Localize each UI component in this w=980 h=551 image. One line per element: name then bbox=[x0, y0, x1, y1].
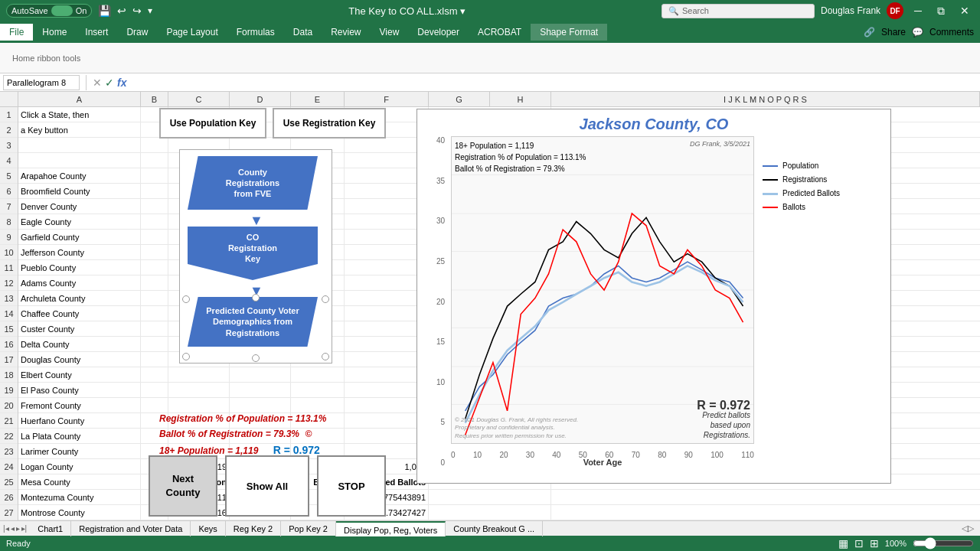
sheet-tab-pop-key2[interactable]: Pop Key 2 bbox=[281, 521, 336, 536]
cell-25-a[interactable]: Mesa County bbox=[18, 474, 141, 489]
customize-icon[interactable]: ▾ bbox=[148, 5, 152, 16]
sheet-tab-chart1[interactable]: Chart1 bbox=[30, 521, 71, 536]
cell-15-b[interactable] bbox=[141, 321, 168, 336]
cell-9-b[interactable] bbox=[141, 230, 168, 244]
comments-btn[interactable]: Comments bbox=[929, 27, 974, 37]
cell-19-d[interactable] bbox=[230, 383, 291, 397]
cell-9-a[interactable]: Garfield County bbox=[18, 230, 141, 244]
cell-11-a[interactable]: Pueblo County bbox=[18, 260, 141, 275]
undo-icon[interactable]: ↩ bbox=[117, 5, 126, 17]
cell-10-b[interactable] bbox=[141, 245, 168, 259]
cell-15-a[interactable]: Custer County bbox=[18, 321, 141, 336]
cell-24-a[interactable]: Logan County bbox=[18, 459, 141, 474]
tab-home[interactable]: Home bbox=[33, 24, 76, 41]
col-header-f[interactable]: F bbox=[345, 92, 429, 106]
tab-acrobat[interactable]: ACROBAT bbox=[469, 24, 531, 41]
col-header-b[interactable]: B bbox=[141, 92, 168, 106]
scroll-bar-hint[interactable]: ◁▷ bbox=[956, 523, 980, 533]
tab-insert[interactable]: Insert bbox=[76, 24, 117, 41]
page-layout-view-btn[interactable]: ⊡ bbox=[854, 537, 864, 549]
cell-26-a[interactable]: Montezuma County bbox=[18, 490, 141, 504]
cell-27-a[interactable]: Montrose County bbox=[18, 505, 141, 520]
cell-19-b[interactable] bbox=[141, 383, 168, 397]
cell-8-a[interactable]: Eagle County bbox=[18, 214, 141, 229]
save-icon[interactable]: 💾 bbox=[98, 5, 111, 17]
cell-3-a[interactable] bbox=[18, 138, 141, 152]
use-population-key-button[interactable]: Use Population Key bbox=[159, 108, 266, 139]
tab-formulas[interactable]: Formulas bbox=[227, 24, 284, 41]
tab-developer[interactable]: Developer bbox=[408, 24, 469, 41]
cell-10-a[interactable]: Jefferson County bbox=[18, 245, 141, 259]
cell-14-a[interactable]: Chaffee County bbox=[18, 306, 141, 321]
cell-19-a[interactable]: El Paso County bbox=[18, 383, 141, 397]
tab-view[interactable]: View bbox=[371, 24, 409, 41]
tab-last-icon[interactable]: ▸| bbox=[21, 524, 28, 533]
cell-19-c[interactable] bbox=[168, 383, 230, 397]
cell-4-a[interactable] bbox=[18, 153, 141, 168]
cell-18-c[interactable] bbox=[168, 367, 230, 382]
cell-3-b[interactable] bbox=[141, 138, 168, 152]
cell-23-a[interactable]: Larimer County bbox=[18, 444, 141, 458]
sheet-tab-keys[interactable]: Keys bbox=[191, 521, 225, 536]
autosave-pill[interactable]: AutoSave On bbox=[6, 4, 92, 18]
col-header-c[interactable]: C bbox=[168, 92, 230, 106]
cell-17-b[interactable] bbox=[141, 352, 168, 367]
col-header-d[interactable]: D bbox=[230, 92, 291, 106]
page-break-view-btn[interactable]: ⊞ bbox=[870, 537, 879, 549]
cell-18-a[interactable]: Elbert County bbox=[18, 367, 141, 382]
tab-review[interactable]: Review bbox=[322, 24, 370, 41]
cell-7-b[interactable] bbox=[141, 199, 168, 214]
tab-page-layout[interactable]: Page Layout bbox=[157, 24, 227, 41]
sheet-tab-county-breakout[interactable]: County Breakout G ... bbox=[446, 521, 543, 536]
cell-18-d[interactable] bbox=[230, 367, 291, 382]
close-btn[interactable]: ✕ bbox=[956, 3, 974, 18]
cell-5-b[interactable] bbox=[141, 168, 168, 183]
stop-button[interactable]: STOP bbox=[317, 455, 386, 517]
cell-20-c[interactable] bbox=[168, 398, 230, 412]
cell-17-a[interactable]: Douglas County bbox=[18, 352, 141, 367]
cell-14-b[interactable] bbox=[141, 306, 168, 321]
cell-4-b[interactable] bbox=[141, 153, 168, 168]
cell-7-a[interactable]: Denver County bbox=[18, 199, 141, 214]
minimize-btn[interactable]: ─ bbox=[910, 3, 926, 18]
col-header-h[interactable]: H bbox=[490, 92, 551, 106]
tab-next-icon[interactable]: ▸ bbox=[16, 524, 20, 533]
tab-data[interactable]: Data bbox=[284, 24, 322, 41]
cell-18-b[interactable] bbox=[141, 367, 168, 382]
normal-view-btn[interactable]: ▦ bbox=[838, 537, 848, 549]
col-header-rest[interactable]: I J K L M N O P Q R S bbox=[551, 92, 980, 106]
tab-first-icon[interactable]: |◂ bbox=[3, 524, 9, 533]
cancel-formula-icon[interactable]: ✕ bbox=[93, 77, 102, 89]
cell-21-a[interactable]: Huerfano County bbox=[18, 413, 141, 428]
name-box[interactable] bbox=[3, 75, 80, 90]
restore-btn[interactable]: ⧉ bbox=[933, 3, 949, 19]
tab-file[interactable]: File bbox=[0, 24, 33, 41]
cell-26-g[interactable] bbox=[429, 490, 551, 504]
cell-18-e[interactable] bbox=[291, 367, 345, 382]
tab-prev-icon[interactable]: ◂ bbox=[11, 524, 15, 533]
col-header-e[interactable]: E bbox=[291, 92, 345, 106]
show-all-button[interactable]: Show All bbox=[225, 455, 309, 517]
zoom-slider[interactable] bbox=[913, 537, 974, 549]
cell-13-b[interactable] bbox=[141, 291, 168, 305]
search-bar[interactable]: 🔍 Search bbox=[662, 4, 815, 18]
tab-draw[interactable]: Draw bbox=[117, 24, 157, 41]
cell-27-g[interactable] bbox=[429, 505, 551, 520]
cell-12-a[interactable]: Adams County bbox=[18, 276, 141, 290]
cell-12-b[interactable] bbox=[141, 276, 168, 290]
cell-6-a[interactable]: Broomfield County bbox=[18, 184, 141, 198]
cell-6-b[interactable] bbox=[141, 184, 168, 198]
col-header-a[interactable]: A bbox=[18, 92, 141, 106]
cell-20-a[interactable]: Fremont County bbox=[18, 398, 141, 412]
cell-20-d[interactable] bbox=[230, 398, 291, 412]
confirm-formula-icon[interactable]: ✓ bbox=[105, 77, 114, 89]
redo-icon[interactable]: ↪ bbox=[132, 5, 142, 17]
cells-area[interactable]: Click a State, thenJackson County, COa K… bbox=[18, 107, 980, 520]
formula-input[interactable] bbox=[129, 77, 977, 88]
cell-16-b[interactable] bbox=[141, 337, 168, 351]
sheet-tab-registration[interactable]: Registration and Voter Data bbox=[71, 521, 191, 536]
cell-1-a[interactable]: Click a State, then bbox=[18, 107, 141, 122]
cell-13-a[interactable]: Archuleta County bbox=[18, 291, 141, 305]
cell-20-e[interactable] bbox=[291, 398, 345, 412]
cell-20-b[interactable] bbox=[141, 398, 168, 412]
